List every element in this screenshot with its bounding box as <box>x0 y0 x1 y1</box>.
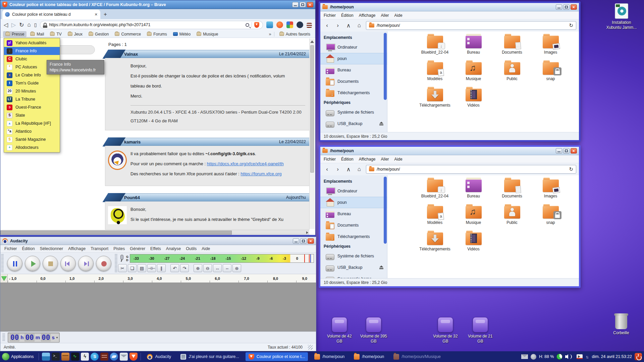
sidebar-scrollbar[interactable] <box>384 33 387 100</box>
sidebar-place-item[interactable]: poun <box>320 53 387 64</box>
path-bar[interactable]: /home/poun/ ↻ <box>366 165 576 174</box>
back-button[interactable]: ◁ <box>4 21 8 28</box>
minimize-button[interactable] <box>292 2 299 7</box>
up-button[interactable]: ∧ <box>344 166 353 173</box>
sidebar-place-item[interactable]: Bureau <box>320 64 387 76</box>
maximize-button[interactable] <box>300 2 306 7</box>
resize-grip[interactable] <box>308 345 313 350</box>
launcher-icon[interactable] <box>52 353 60 361</box>
sidebar-device-item[interactable]: USB_Backup <box>320 262 387 273</box>
menu-item[interactable]: Effets <box>150 246 161 251</box>
scroll-right-icon[interactable] <box>306 231 308 234</box>
post-author[interactable]: kamaris <box>124 139 141 144</box>
skip-to-end-button[interactable] <box>78 256 94 271</box>
timeline-ruler[interactable]: - 1,00,01,02,03,04,05,06,07,08,09,0 <box>0 274 316 283</box>
brave-shields-icon[interactable] <box>254 22 259 28</box>
track-area[interactable] <box>0 283 316 331</box>
time-seconds[interactable]: 00 <box>41 334 51 342</box>
bookmark-folder-item[interactable]: Musique <box>194 31 220 37</box>
browser-titlebar[interactable]: Couleur police et icone tableau de bord … <box>0 0 315 9</box>
media-player-tray-icon[interactable] <box>577 354 583 359</box>
maximize-button[interactable] <box>563 4 570 10</box>
folder-item[interactable]: Documents <box>493 179 531 206</box>
microphone-icon[interactable] <box>118 254 125 262</box>
sidebar-place-item[interactable]: Ordinateur <box>320 42 387 53</box>
folder-item[interactable]: ↓ Bluebird_22-04 <box>416 179 454 206</box>
sidebar-device-item[interactable]: Sauvegarde home <box>320 129 387 132</box>
home-button[interactable]: ⌂ <box>27 21 31 28</box>
zoom-page-icon[interactable] <box>246 23 249 27</box>
post-link[interactable]: https://forum.xfce.org <box>240 171 281 176</box>
press-menu-item[interactable]: S Slate <box>4 111 60 119</box>
minimize-button[interactable] <box>293 238 299 244</box>
sidebar-device-item[interactable]: Système de fichiers <box>320 107 387 118</box>
close-button[interactable] <box>571 4 577 10</box>
desktop-icon-volume[interactable]: Volume de 395 GB <box>358 317 389 344</box>
bookmark-folder-item[interactable]: Commerce <box>112 31 143 37</box>
sidebar-scrollbar[interactable] <box>384 177 387 244</box>
home-button[interactable]: ⌂ <box>355 166 363 173</box>
maximize-button[interactable] <box>300 238 307 244</box>
launcher-icon[interactable] <box>61 353 69 361</box>
minimize-button[interactable] <box>556 4 562 10</box>
path-text[interactable]: /home/poun/ <box>377 23 400 28</box>
folder-item[interactable]: snap <box>531 62 570 88</box>
volume-icon[interactable] <box>565 354 569 359</box>
path-bar[interactable]: /home/poun/ ↻ <box>366 21 576 30</box>
window-titlebar[interactable]: /home/poun <box>320 147 579 155</box>
menu-item[interactable]: Édition <box>341 13 354 18</box>
sidebar-place-item[interactable]: Documents <box>320 220 387 231</box>
audio-position-display[interactable]: 00 h 00 m 00 s ▾ <box>8 333 60 343</box>
scroll-up-icon[interactable] <box>310 39 314 43</box>
menu-item[interactable]: Aide <box>202 246 210 251</box>
menu-item[interactable]: Fichier <box>4 246 17 251</box>
zoom-toggle-button[interactable]: ⊛ <box>232 264 241 272</box>
undo-button[interactable]: ↶ <box>170 264 179 272</box>
press-menu-item[interactable]: ɔ Ouest-France <box>4 103 60 111</box>
downloads-icon[interactable] <box>266 21 273 28</box>
bookmark-folder-item[interactable]: Mail <box>28 31 46 37</box>
play-button[interactable] <box>25 256 40 271</box>
applications-menu-label[interactable]: Applications <box>11 354 34 359</box>
press-menu-item[interactable]: LT La Tribune <box>4 95 60 103</box>
silence-audio-button[interactable]: ∥ <box>157 264 166 272</box>
copy-button[interactable]: ❏ <box>128 264 137 272</box>
redo-button[interactable]: ↷ <box>180 264 189 272</box>
menu-item[interactable]: Fichier <box>324 13 336 18</box>
trim-audio-button[interactable]: ⊣⊢ <box>147 264 156 272</box>
folder-item[interactable]: Bureau <box>454 36 493 62</box>
menu-item[interactable]: Édition <box>22 246 35 251</box>
toolbar-grip[interactable] <box>2 334 5 342</box>
bookmark-flag-icon[interactable]: ▯ <box>34 22 37 27</box>
press-menu-item[interactable]: + Allodocteurs <box>4 143 60 152</box>
menu-item[interactable]: Édition <box>341 157 354 162</box>
menu-item[interactable]: Générer <box>130 246 145 251</box>
window-titlebar[interactable]: /home/poun <box>320 3 579 11</box>
stop-button[interactable] <box>43 256 58 271</box>
back-button[interactable]: ‹ <box>323 22 331 29</box>
forward-button[interactable]: › <box>334 166 342 173</box>
home-button[interactable]: ⌂ <box>355 22 363 29</box>
time-minutes[interactable]: 00 <box>24 334 34 342</box>
time-format-dropdown-icon[interactable]: ▾ <box>56 336 58 339</box>
forward-button[interactable]: ▷ <box>11 21 16 28</box>
folder-item[interactable]: a Modèles <box>416 62 454 88</box>
close-button[interactable] <box>571 148 577 154</box>
eject-icon[interactable] <box>379 265 384 269</box>
post-link[interactable]: https://docs.xfce.org/xfce/xfce4-panel/t… <box>207 161 284 166</box>
folder-item[interactable]: Vidéos <box>454 88 493 115</box>
launcher-icon[interactable] <box>110 353 118 361</box>
folder-item[interactable]: Vidéos <box>454 232 493 259</box>
menu-item[interactable]: Aide <box>394 157 402 162</box>
menu-item[interactable]: Pistes <box>113 246 125 251</box>
folder-item[interactable]: snap <box>531 206 570 232</box>
folder-item[interactable]: Images <box>531 179 570 206</box>
folder-item[interactable]: ♫ Musique <box>454 206 493 232</box>
vertical-scrollbar[interactable] <box>309 39 315 229</box>
menu-item[interactable]: Aller <box>381 157 389 162</box>
press-menu-item[interactable]: y! Yahoo Actualités <box>4 39 60 47</box>
bookmark-folder-item[interactable]: Météo <box>171 31 193 37</box>
taskbar-window-button[interactable]: /home/poun <box>311 352 347 361</box>
bookmark-folder-item[interactable]: Gestion <box>86 31 111 37</box>
path-text[interactable]: /home/poun/ <box>377 167 400 172</box>
